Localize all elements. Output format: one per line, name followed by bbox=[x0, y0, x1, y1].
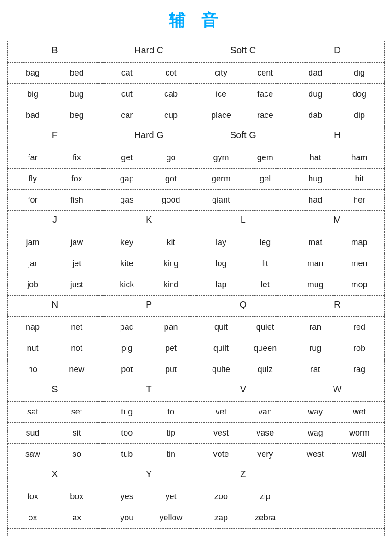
phonics-word: way bbox=[303, 407, 328, 417]
phonics-word: go bbox=[158, 153, 184, 163]
phonics-word: exit bbox=[20, 534, 45, 536]
phonics-word: got bbox=[158, 174, 184, 184]
phonics-word: rob bbox=[347, 344, 372, 353]
phonics-word: quite bbox=[208, 365, 234, 374]
word-row-cell: dugdog bbox=[290, 84, 385, 105]
phonics-word: car bbox=[114, 111, 139, 120]
word-row-cell: farfix bbox=[8, 147, 102, 169]
phonics-word: cot bbox=[158, 68, 184, 78]
phonics-word: fly bbox=[20, 174, 45, 184]
phonics-word: rag bbox=[347, 365, 372, 374]
phonics-word: vet bbox=[208, 407, 234, 417]
word-row-cell: forfish bbox=[8, 190, 102, 211]
word-row-cell: ratrag bbox=[290, 359, 385, 380]
phonics-word: box bbox=[64, 492, 89, 501]
phonics-word: job bbox=[20, 280, 45, 290]
word-row-cell: gasgood bbox=[102, 190, 196, 211]
phonics-word: just bbox=[64, 280, 89, 290]
word-row-cell: nonew bbox=[8, 359, 102, 380]
phonics-word: zebra bbox=[253, 513, 278, 523]
phonics-word: place bbox=[208, 111, 234, 120]
word-row-cell: gapgot bbox=[102, 169, 196, 190]
word-row-cell: giant bbox=[196, 190, 290, 211]
phonics-word: beg bbox=[64, 111, 89, 120]
phonics-word: bag bbox=[20, 68, 45, 78]
phonics-word: zap bbox=[208, 513, 234, 523]
phonics-word: kick bbox=[114, 280, 139, 290]
word-row-cell: getgo bbox=[102, 147, 196, 169]
phonics-word: wet bbox=[347, 407, 372, 417]
phonics-word: pad bbox=[114, 322, 139, 332]
phonics-word: for bbox=[20, 195, 45, 205]
phonics-word: wag bbox=[303, 428, 328, 438]
word-row-cell: oxax bbox=[8, 507, 102, 529]
word-row-cell: jobjust bbox=[8, 274, 102, 296]
phonics-word: face bbox=[253, 89, 278, 99]
phonics-word: yes bbox=[114, 492, 139, 501]
phonics-word: pot bbox=[114, 365, 139, 374]
phonics-word: vote bbox=[208, 449, 234, 459]
cell-header: R bbox=[290, 296, 385, 317]
phonics-word: fix bbox=[64, 153, 89, 163]
phonics-word: pan bbox=[158, 322, 184, 332]
word-row-cell: matmap bbox=[290, 232, 385, 253]
phonics-word: map bbox=[347, 238, 372, 247]
word-row-cell: wagworm bbox=[290, 423, 385, 444]
phonics-word: pig bbox=[114, 344, 139, 353]
cell-header: Soft C bbox=[196, 41, 290, 63]
word-row-cell: kiteking bbox=[102, 253, 196, 274]
phonics-word: not bbox=[64, 344, 89, 353]
word-row-cell: rugrob bbox=[290, 338, 385, 359]
phonics-word: mop bbox=[347, 280, 372, 290]
phonics-word: jam bbox=[20, 238, 45, 247]
phonics-word: fox bbox=[20, 492, 45, 501]
phonics-word: zoo bbox=[208, 492, 234, 501]
phonics-word: jet bbox=[64, 259, 89, 268]
word-row-cell: gymgem bbox=[196, 147, 290, 169]
phonics-word: lap bbox=[208, 280, 234, 290]
word-row-cell: votevery bbox=[196, 444, 290, 465]
word-row-cell: foxbox bbox=[8, 486, 102, 507]
phonics-word: get bbox=[114, 153, 139, 163]
word-row-cell: tubtin bbox=[102, 444, 196, 465]
word-row-cell: napnet bbox=[8, 317, 102, 338]
word-row-cell: kickkind bbox=[102, 274, 196, 296]
word-row-cell: vestvase bbox=[196, 423, 290, 444]
phonics-word: pet bbox=[158, 344, 184, 353]
word-row-cell: youyellow bbox=[102, 507, 196, 529]
phonics-word: saw bbox=[20, 449, 45, 459]
phonics-word: worm bbox=[347, 428, 372, 438]
cell-header: Soft G bbox=[196, 126, 290, 147]
word-row-cell: keykit bbox=[102, 232, 196, 253]
phonics-word: cup bbox=[158, 111, 184, 120]
phonics-word: rat bbox=[303, 365, 328, 374]
phonics-word: ax bbox=[64, 513, 89, 523]
phonics-word: set bbox=[64, 407, 89, 417]
word-row-cell: satset bbox=[8, 402, 102, 423]
phonics-word: nut bbox=[20, 344, 45, 353]
word-row-cell: quitequiz bbox=[196, 359, 290, 380]
word-row-cell: placerace bbox=[196, 105, 290, 126]
phonics-word: bug bbox=[64, 89, 89, 99]
word-row-cell: padpan bbox=[102, 317, 196, 338]
phonics-word: yellow bbox=[158, 513, 184, 523]
phonics-word: gem bbox=[253, 153, 278, 163]
cell-header: M bbox=[290, 211, 385, 232]
cell-header: Hard C bbox=[102, 41, 196, 63]
word-row-cell: cutcab bbox=[102, 84, 196, 105]
cell-header: H bbox=[290, 126, 385, 147]
phonics-word: far bbox=[20, 153, 45, 163]
phonics-word: jar bbox=[20, 259, 45, 268]
word-row-cell: jamjaw bbox=[8, 232, 102, 253]
cell-header: J bbox=[8, 211, 102, 232]
word-row-cell bbox=[290, 529, 385, 536]
phonics-word: yet bbox=[158, 492, 184, 501]
phonics-word: gap bbox=[114, 174, 139, 184]
phonics-word: hat bbox=[303, 153, 328, 163]
phonics-word: lay bbox=[208, 238, 234, 247]
cell-header: X bbox=[8, 465, 102, 486]
phonics-word: fox bbox=[64, 174, 89, 184]
word-row-cell: carcup bbox=[102, 105, 196, 126]
word-row-cell: daddig bbox=[290, 63, 385, 84]
cell-header: L bbox=[196, 211, 290, 232]
